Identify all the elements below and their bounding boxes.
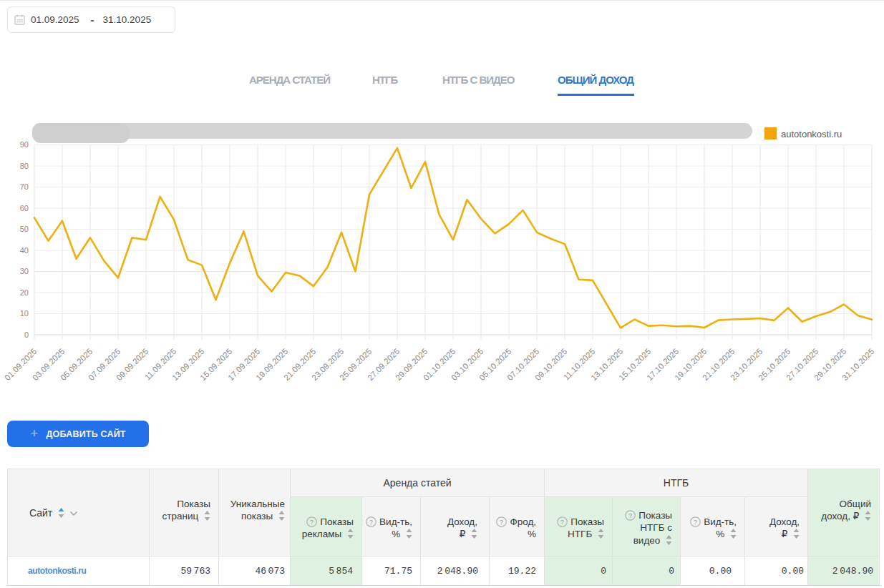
svg-text:40: 40 <box>20 246 29 255</box>
svg-text:90: 90 <box>20 140 29 149</box>
svg-text:20: 20 <box>20 288 29 297</box>
svg-text:?: ? <box>369 517 373 525</box>
svg-text:30: 30 <box>20 267 29 275</box>
svg-text:60: 60 <box>20 204 29 212</box>
svg-text:50: 50 <box>20 225 29 233</box>
svg-text:10: 10 <box>20 309 29 318</box>
svg-text:?: ? <box>310 517 314 525</box>
svg-text:?: ? <box>694 517 697 525</box>
svg-text:0: 0 <box>24 330 29 339</box>
svg-text:?: ? <box>500 517 503 525</box>
svg-text:?: ? <box>560 517 564 525</box>
svg-text:70: 70 <box>20 182 29 191</box>
svg-text:80: 80 <box>20 162 29 170</box>
svg-text:?: ? <box>628 511 632 519</box>
svg-text:autotonkosti.ru: autotonkosti.ru <box>781 129 842 139</box>
